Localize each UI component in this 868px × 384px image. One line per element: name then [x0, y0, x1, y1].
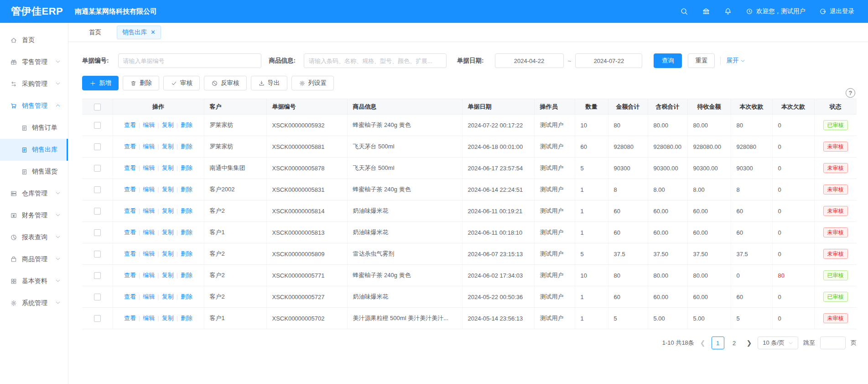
- toolbar-button[interactable]: 新增: [82, 76, 119, 90]
- sidebar-item[interactable]: 首页: [0, 29, 68, 51]
- edit-link[interactable]: 编辑: [143, 143, 155, 150]
- search-button[interactable]: 查询: [654, 53, 682, 68]
- sidebar-subitem[interactable]: 销售退货: [0, 161, 68, 183]
- page-size-select[interactable]: 10 条/页: [758, 337, 798, 349]
- sidebar-item[interactable]: 仓库管理: [0, 183, 68, 205]
- toolbar-button[interactable]: 删除: [123, 76, 159, 90]
- bank-icon[interactable]: [702, 7, 710, 16]
- copy-link[interactable]: 复制: [162, 186, 174, 193]
- edit-link[interactable]: 编辑: [143, 272, 155, 279]
- select-all-checkbox[interactable]: [94, 104, 101, 110]
- copy-link[interactable]: 复制: [162, 229, 174, 236]
- delete-link[interactable]: 删除: [181, 293, 192, 300]
- delete-link[interactable]: 删除: [181, 207, 192, 214]
- cell-receivable: 60.00: [687, 222, 731, 243]
- copy-link[interactable]: 复制: [162, 143, 174, 150]
- expand-link[interactable]: 展开: [726, 57, 745, 65]
- delete-link[interactable]: 删除: [181, 272, 192, 279]
- copy-link[interactable]: 复制: [162, 121, 174, 128]
- tab-close-icon[interactable]: ✕: [151, 29, 156, 35]
- row-checkbox[interactable]: [94, 272, 101, 279]
- edit-link[interactable]: 编辑: [143, 229, 155, 236]
- delete-link[interactable]: 删除: [181, 229, 192, 236]
- view-link[interactable]: 查看: [124, 143, 136, 150]
- copy-link[interactable]: 复制: [162, 164, 174, 171]
- sidebar-subitem[interactable]: 销售订单: [0, 117, 68, 139]
- tab-item[interactable]: 销售出库✕: [117, 26, 161, 39]
- copy-link[interactable]: 复制: [162, 272, 174, 279]
- row-checkbox[interactable]: [94, 143, 101, 150]
- edit-link[interactable]: 编辑: [143, 186, 155, 193]
- toolbar-button[interactable]: 导出: [251, 76, 287, 90]
- product-info-input[interactable]: [304, 53, 447, 68]
- edit-link[interactable]: 编辑: [143, 207, 155, 214]
- next-page-button[interactable]: ❯: [746, 339, 753, 347]
- view-link[interactable]: 查看: [124, 315, 136, 321]
- page-number-button[interactable]: 2: [728, 337, 741, 349]
- view-link[interactable]: 查看: [124, 186, 136, 193]
- date-end-input[interactable]: 2024-07-22: [575, 53, 642, 68]
- tab-item[interactable]: 首页: [89, 28, 101, 37]
- sidebar-item[interactable]: 采购管理: [0, 73, 68, 95]
- welcome-group[interactable]: 欢迎您，测试用户: [746, 7, 806, 16]
- search-icon[interactable]: [680, 7, 688, 16]
- sidebar-item[interactable]: 零售管理: [0, 51, 68, 73]
- sidebar-item[interactable]: 商品管理: [0, 248, 68, 270]
- view-link[interactable]: 查看: [124, 293, 136, 300]
- row-checkbox[interactable]: [94, 315, 101, 322]
- toolbar-button[interactable]: 审核: [163, 76, 200, 90]
- help-icon[interactable]: ?: [846, 88, 855, 98]
- delete-link[interactable]: 删除: [181, 186, 192, 193]
- view-link[interactable]: 查看: [124, 164, 136, 171]
- sidebar-subitem[interactable]: 销售出库: [0, 139, 68, 161]
- copy-link[interactable]: 复制: [162, 207, 174, 214]
- column-header: 单据编号: [266, 99, 347, 115]
- sidebar-item[interactable]: 基本资料: [0, 270, 68, 292]
- toolbar-button[interactable]: 列设置: [291, 76, 334, 90]
- page-size-value: 10 条/页: [763, 339, 785, 347]
- edit-link[interactable]: 编辑: [143, 250, 155, 257]
- delete-link[interactable]: 删除: [181, 143, 192, 150]
- row-checkbox[interactable]: [94, 186, 101, 193]
- view-link[interactable]: 查看: [124, 250, 136, 257]
- view-link[interactable]: 查看: [124, 272, 136, 279]
- logout-group[interactable]: 退出登录: [819, 7, 854, 16]
- reset-button[interactable]: 重置: [688, 53, 715, 68]
- row-checkbox[interactable]: [94, 294, 101, 300]
- delete-link[interactable]: 删除: [181, 315, 192, 321]
- prev-page-button[interactable]: ❮: [699, 339, 707, 347]
- sidebar-item[interactable]: 财务管理: [0, 205, 68, 226]
- date-start-input[interactable]: 2024-04-22: [495, 53, 564, 68]
- view-link[interactable]: 查看: [124, 207, 136, 214]
- view-link[interactable]: 查看: [124, 121, 136, 128]
- table-row: 查看|编辑|复制|删除罗莱家纺XSCK00000005881飞天茅台 500ml…: [82, 136, 857, 158]
- delete-link[interactable]: 删除: [181, 164, 192, 171]
- copy-link[interactable]: 复制: [162, 315, 174, 321]
- row-checkbox[interactable]: [94, 122, 101, 129]
- edit-link[interactable]: 编辑: [143, 164, 155, 171]
- sidebar-item[interactable]: 系统管理: [0, 292, 68, 314]
- row-checkbox[interactable]: [94, 165, 101, 172]
- row-checkbox[interactable]: [94, 229, 101, 236]
- tab-label: 首页: [89, 28, 101, 37]
- doc-no-input[interactable]: [118, 53, 261, 68]
- toolbar-button[interactable]: 反审核: [204, 76, 247, 90]
- edit-link[interactable]: 编辑: [143, 121, 155, 128]
- cell-tax-amount: 60.00: [648, 286, 687, 308]
- bell-icon[interactable]: [724, 7, 732, 16]
- row-checkbox[interactable]: [94, 208, 101, 215]
- column-header: 本次欠款: [772, 99, 814, 115]
- delete-link[interactable]: 删除: [181, 250, 192, 257]
- jump-page-input[interactable]: [820, 337, 846, 349]
- edit-link[interactable]: 编辑: [143, 315, 155, 321]
- edit-link[interactable]: 编辑: [143, 293, 155, 300]
- copy-link[interactable]: 复制: [162, 250, 174, 257]
- sidebar-item[interactable]: 报表查询: [0, 226, 68, 248]
- delete-link[interactable]: 删除: [181, 121, 192, 128]
- cell-status: 未审核: [814, 158, 857, 179]
- sidebar-item[interactable]: 销售管理: [0, 95, 68, 117]
- row-checkbox[interactable]: [94, 251, 101, 258]
- view-link[interactable]: 查看: [124, 229, 136, 236]
- copy-link[interactable]: 复制: [162, 293, 174, 300]
- page-number-button[interactable]: 1: [712, 337, 724, 349]
